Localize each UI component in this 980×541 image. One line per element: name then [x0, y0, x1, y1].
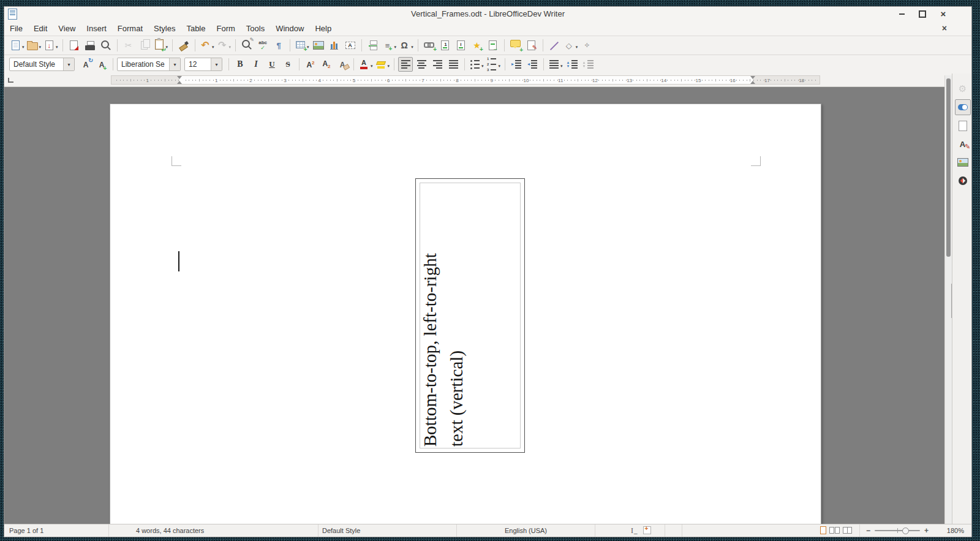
status-page-style[interactable]: Default Style — [318, 524, 457, 537]
dropdown-arrow-icon[interactable]: ▾ — [212, 45, 214, 50]
menu-table[interactable]: Table — [181, 22, 211, 35]
sidebar-styles-button[interactable]: A✎ — [955, 136, 971, 152]
menu-insert[interactable]: Insert — [81, 22, 112, 35]
decrease-indent-button[interactable]: ◂ — [525, 57, 540, 72]
dropdown-arrow-icon[interactable]: ▾ — [56, 45, 58, 50]
bullet-list-button[interactable]: ▾ — [469, 57, 484, 72]
basic-shapes-button[interactable]: ◇▾ — [563, 38, 579, 53]
menu-format[interactable]: Format — [112, 22, 148, 35]
new-document-button[interactable]: ▾ — [9, 38, 25, 53]
font-name-dropdown-icon[interactable]: ▾ — [169, 58, 180, 70]
bold-button[interactable]: B — [233, 57, 247, 72]
menu-help[interactable]: Help — [309, 22, 337, 35]
align-left-button[interactable] — [398, 57, 413, 72]
insert-cross-reference-button[interactable]: → — [486, 38, 500, 53]
insert-comment-button[interactable]: + — [508, 38, 523, 53]
formatting-marks-button[interactable]: ¶ — [271, 38, 286, 53]
update-style-button[interactable]: A↻ — [78, 57, 93, 72]
cut-button[interactable]: ✂ — [121, 38, 136, 53]
maximize-button[interactable] — [918, 9, 927, 19]
status-word-count[interactable]: 4 words, 44 characters — [109, 524, 318, 537]
insert-field-button[interactable]: ≡+▾ — [382, 38, 398, 53]
sidebar-sidebar-settings-button[interactable]: ⚙ — [955, 81, 971, 97]
insert-footnote-button[interactable]: 1 — [438, 38, 453, 53]
sidebar-page-button[interactable] — [955, 118, 971, 134]
font-name-combo[interactable]: Liberation Se▾ — [117, 58, 181, 71]
italic-button[interactable]: I — [249, 57, 263, 72]
status-language[interactable]: English (USA) — [457, 524, 595, 537]
menu-styles[interactable]: Styles — [148, 22, 181, 35]
minimize-button[interactable] — [897, 9, 907, 19]
find-replace-button[interactable]: ✎ — [239, 38, 254, 53]
zoom-slider-knob[interactable] — [902, 528, 909, 534]
export-pdf-button[interactable] — [67, 38, 81, 53]
highlight-color-button[interactable]: ▾ — [375, 57, 391, 72]
document-page[interactable]: Bottom-to-top, left-to-right text (verti… — [110, 104, 821, 526]
vertical-text-frame[interactable]: Bottom-to-top, left-to-right text (verti… — [415, 178, 525, 453]
paste-button[interactable]: ↵▾ — [153, 38, 169, 53]
numbered-list-button[interactable]: 123▾ — [486, 57, 502, 72]
dropdown-arrow-icon[interactable]: ▾ — [394, 45, 397, 50]
menu-tools[interactable]: Tools — [241, 22, 270, 35]
font-size-dropdown-icon[interactable]: ▾ — [211, 58, 222, 70]
zoom-out-button[interactable]: − — [866, 526, 870, 535]
paragraph-style-dropdown-icon[interactable]: ▾ — [63, 58, 74, 70]
open-button[interactable]: ▾ — [26, 38, 42, 53]
close-document-button[interactable]: × — [942, 23, 971, 33]
copy-button[interactable] — [137, 38, 152, 53]
menu-window[interactable]: Window — [270, 22, 309, 35]
font-name-value[interactable]: Liberation Se — [118, 60, 169, 69]
dropdown-arrow-icon[interactable]: ▾ — [499, 64, 501, 69]
titlebar[interactable]: Vertical_Frames.odt - LibreOfficeDev Wri… — [4, 7, 971, 21]
increase-indent-button[interactable]: ▸ — [509, 57, 524, 72]
insert-hyperlink-button[interactable]: + — [422, 38, 437, 53]
redo-button[interactable]: ↷▾ — [216, 38, 232, 53]
scrollbar-thumb[interactable] — [946, 78, 951, 257]
menu-file[interactable]: File — [4, 22, 28, 35]
document-modified-indicator[interactable] — [643, 526, 651, 535]
line-spacing-button[interactable]: ▾ — [548, 57, 564, 72]
clear-formatting-button[interactable]: A — [335, 57, 350, 72]
clone-formatting-button[interactable] — [176, 38, 191, 53]
sidebar-properties-button[interactable] — [955, 99, 971, 115]
status-page-number[interactable]: Page 1 of 1 — [4, 524, 109, 537]
left-indent-marker[interactable] — [177, 76, 182, 79]
superscript-button[interactable]: A2 — [303, 57, 318, 72]
underline-button[interactable]: U — [265, 57, 279, 72]
tab-stop-selector[interactable] — [8, 78, 13, 83]
multi-page-view-button[interactable] — [829, 527, 840, 535]
increase-paragraph-spacing-button[interactable]: ▲▼ — [565, 57, 579, 72]
dropdown-arrow-icon[interactable]: ▾ — [576, 45, 578, 50]
insert-image-button[interactable] — [311, 38, 326, 53]
show-draw-functions-button[interactable]: ✧ — [579, 38, 594, 53]
insert-mode-indicator[interactable]: I_ — [631, 527, 638, 534]
justify-button[interactable] — [446, 57, 461, 72]
sidebar-gallery-button[interactable] — [955, 154, 971, 170]
zoom-level[interactable]: 180% — [935, 527, 971, 534]
horizontal-ruler[interactable]: 1123456789101112131415161718 — [111, 75, 820, 85]
zoom-slider[interactable] — [875, 530, 920, 531]
subscript-button[interactable]: A2 — [319, 57, 334, 72]
menu-edit[interactable]: Edit — [28, 22, 53, 35]
paragraph-style-combo[interactable]: Default Style▾ — [9, 58, 75, 71]
font-size-value[interactable]: 12 — [185, 60, 211, 69]
sidebar-navigator-button[interactable] — [955, 173, 971, 189]
dropdown-arrow-icon[interactable]: ▾ — [371, 64, 373, 69]
left-indent-marker[interactable] — [177, 81, 182, 84]
save-button[interactable]: ↓▾ — [43, 38, 59, 53]
menu-form[interactable]: Form — [211, 22, 240, 35]
dropdown-arrow-icon[interactable]: ▾ — [22, 45, 24, 50]
insert-table-button[interactable]: +▾ — [294, 38, 310, 53]
paragraph-style-value[interactable]: Default Style — [10, 60, 63, 69]
font-size-combo[interactable]: 12▾ — [184, 58, 222, 71]
right-indent-marker[interactable] — [750, 81, 755, 84]
font-color-button[interactable]: A▾ — [358, 57, 374, 72]
right-indent-marker[interactable] — [750, 76, 755, 79]
dropdown-arrow-icon[interactable]: ▾ — [229, 45, 232, 50]
zoom-in-button[interactable]: + — [924, 526, 929, 535]
menu-view[interactable]: View — [53, 22, 81, 35]
decrease-paragraph-spacing-button[interactable]: ▲▼ — [581, 57, 595, 72]
print-button[interactable] — [83, 38, 97, 53]
book-view-button[interactable] — [843, 527, 852, 535]
spelling-button[interactable]: abc✓ — [255, 38, 270, 53]
